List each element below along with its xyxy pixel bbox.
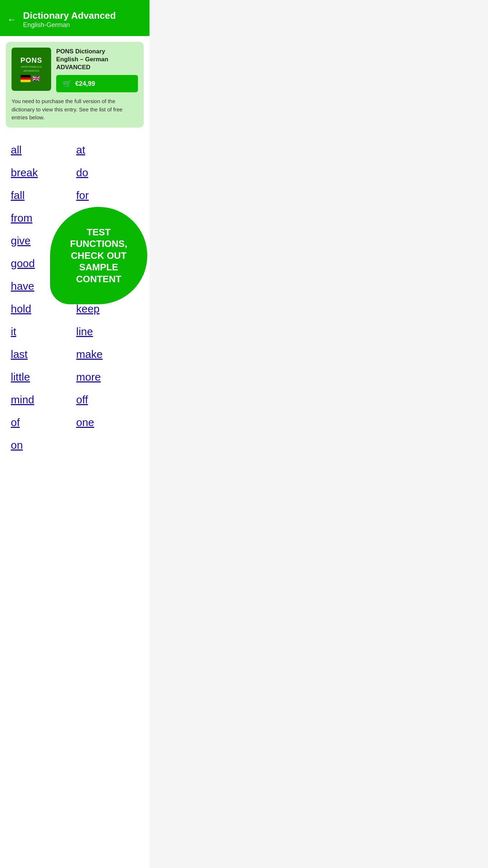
- entry-for[interactable]: for: [75, 184, 140, 207]
- entry-one[interactable]: one: [75, 411, 140, 434]
- header-title: Dictionary Advanced: [23, 10, 116, 21]
- flag-container: 🇬🇧: [21, 75, 42, 82]
- pons-logo: PONS: [21, 56, 42, 65]
- product-image: PONS WÖRTERBUCHADVANCED 🇬🇧: [12, 48, 51, 91]
- sample-content-bubble[interactable]: TEST FUNCTIONS, CHECK OUT SAMPLE CONTENT: [50, 207, 147, 304]
- header-subtitle: English-German: [23, 21, 116, 29]
- german-flag: [21, 75, 31, 82]
- app-header: ← Dictionary Advanced English-German: [0, 0, 149, 36]
- entry-it[interactable]: it: [9, 320, 75, 343]
- entry-make[interactable]: make: [75, 343, 140, 366]
- entries-grid: all break fall from give good have hold …: [6, 135, 144, 460]
- back-button[interactable]: ←: [7, 15, 17, 24]
- entry-more[interactable]: more: [75, 366, 140, 388]
- header-text-group: Dictionary Advanced English-German: [23, 10, 116, 29]
- product-name: PONS Dictionary English – German ADVANCE…: [56, 48, 138, 71]
- buy-button[interactable]: 🛒 €24,99: [56, 75, 138, 92]
- entry-all[interactable]: all: [9, 138, 75, 161]
- main-content: PONS WÖRTERBUCHADVANCED 🇬🇧 PONS Dictiona…: [0, 36, 149, 868]
- worterbuch-text: WÖRTERBUCHADVANCED: [21, 65, 42, 73]
- entry-fall[interactable]: fall: [9, 184, 75, 207]
- entry-on[interactable]: on: [9, 434, 75, 456]
- entry-break[interactable]: break: [9, 161, 75, 184]
- product-card: PONS WÖRTERBUCHADVANCED 🇬🇧 PONS Dictiona…: [6, 42, 144, 128]
- cart-icon: 🛒: [63, 79, 72, 88]
- uk-flag: 🇬🇧: [32, 75, 42, 82]
- entry-off[interactable]: off: [75, 388, 140, 411]
- entry-mind[interactable]: mind: [9, 388, 75, 411]
- entry-line[interactable]: line: [75, 320, 140, 343]
- entry-of[interactable]: of: [9, 411, 75, 434]
- entry-do[interactable]: do: [75, 161, 140, 184]
- product-description: You need to purchase the full version of…: [12, 97, 138, 122]
- entry-little[interactable]: little: [9, 366, 75, 388]
- product-info: PONS Dictionary English – German ADVANCE…: [56, 48, 138, 92]
- price-label: €24,99: [75, 80, 95, 88]
- entry-last[interactable]: last: [9, 343, 75, 366]
- entry-at[interactable]: at: [75, 138, 140, 161]
- product-top-row: PONS WÖRTERBUCHADVANCED 🇬🇧 PONS Dictiona…: [12, 48, 138, 92]
- bubble-text: TEST FUNCTIONS, CHECK OUT SAMPLE CONTENT: [50, 219, 147, 292]
